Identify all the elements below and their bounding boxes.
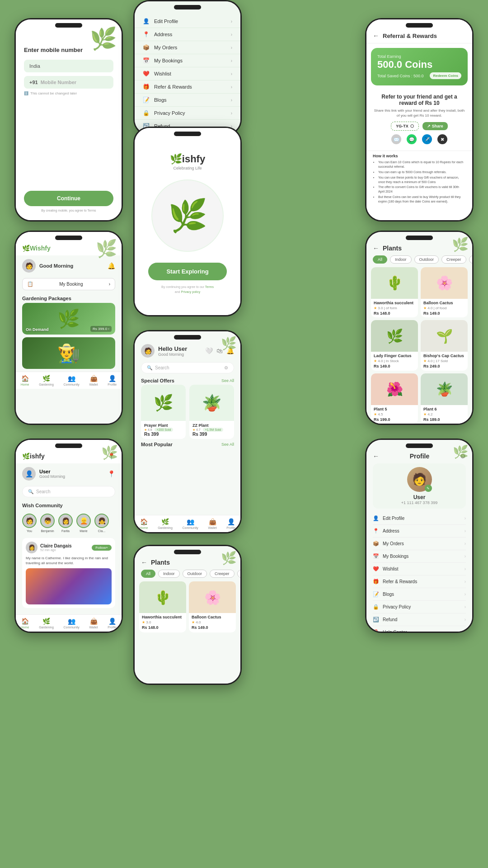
how-works-point-5: But these Coins can be used to buy Wishf…: [378, 195, 466, 204]
nav-wallet[interactable]: 👜Wallet: [89, 618, 98, 629]
package-card-1[interactable]: 🌿 On Demand Rs 399.0 ›: [22, 303, 115, 335]
menu-item-blogs[interactable]: 📝 Blogs ›: [135, 94, 240, 107]
share-button[interactable]: ↗ Share: [422, 122, 448, 130]
menu-item-refer[interactable]: 🎁 Refer & Rewards ›: [135, 80, 240, 94]
offer-prayer-plant[interactable]: 🌿 Prayer Plant ★ 4.8 +200 Sold Rs 399: [141, 385, 186, 439]
filter-ca[interactable]: Ca...: [237, 570, 240, 578]
nav-community[interactable]: 👥Community: [63, 375, 79, 386]
nav-gardening[interactable]: 🌿Gardening: [39, 375, 54, 386]
user-greeting: 🧑 Good Morning 🔔: [16, 255, 122, 276]
profile-bookings[interactable]: 📅 My Bookings ›: [373, 550, 466, 563]
plant-card-haworthia[interactable]: 🌵 Haworthia succulent ★ 3.0 Rs 148.0: [139, 581, 186, 632]
menu-item-bookings[interactable]: 📅 My Bookings ›: [135, 54, 240, 67]
nav-community[interactable]: 👥Community: [182, 518, 198, 529]
filter-all[interactable]: All: [373, 255, 387, 264]
bell-icon[interactable]: 🔔: [226, 347, 234, 354]
continue-button[interactable]: Continue: [24, 191, 113, 206]
twitter-share-icon[interactable]: ✖: [437, 134, 447, 144]
plant-card-5[interactable]: 🌺 Plant 5 ★ 4.5 Rs 199.0: [371, 373, 418, 424]
plant-card-balloon[interactable]: 🌸 Balloon Cactus ★ 4.0 | of food Rs 149.…: [421, 267, 468, 317]
profile-wishlist[interactable]: ❤️ Wishlist ›: [373, 563, 466, 576]
menu-item-orders[interactable]: 📦 My Orders ›: [135, 41, 240, 54]
filter-outdoor[interactable]: Outdoor: [183, 570, 207, 578]
profile-blogs[interactable]: 📝 Blogs ›: [373, 588, 466, 601]
location-pin-icon[interactable]: 📍: [108, 470, 115, 477]
gear-icon[interactable]: ⚙: [460, 453, 466, 460]
redeem-button[interactable]: Redeem Coins: [430, 72, 461, 79]
plant-card-balloon[interactable]: 🌸 Balloon Cactus ★ 4.0 Rs 149.0: [189, 581, 236, 632]
member-farita[interactable]: 👩 Farita: [58, 514, 73, 533]
heart-icon[interactable]: 🤍: [205, 347, 213, 354]
nav-home[interactable]: 🏠Home: [21, 618, 29, 629]
filter-creeper[interactable]: Creeper: [210, 570, 235, 578]
package-card-2[interactable]: 👨‍🌾: [22, 337, 115, 369]
phone-plants: 🌿 ← Plants All Indoor Outdoor Creeper Ca…: [365, 231, 474, 425]
menu-item-edit-profile[interactable]: 👤 Edit Profile ›: [135, 15, 240, 28]
my-booking-button[interactable]: 📋 My Booking ›: [22, 278, 115, 290]
profile-refund[interactable]: ↩️ Refund ›: [373, 613, 466, 626]
profile-address[interactable]: 📍 Address ›: [373, 525, 466, 538]
nav-community[interactable]: 👥Community: [63, 618, 79, 629]
member-benjamin[interactable]: 👦 Benjamin: [40, 514, 55, 533]
menu-item-address[interactable]: 📍 Address ›: [135, 28, 240, 41]
chevron-right-icon: ›: [465, 554, 466, 559]
chevron-right-icon: ›: [465, 541, 466, 546]
telegram-share-icon[interactable]: ✈️: [422, 134, 432, 144]
edit-avatar-button[interactable]: ✎: [425, 485, 432, 492]
follow-button[interactable]: Follow+: [92, 545, 112, 551]
back-button[interactable]: ←: [373, 32, 379, 39]
start-exploring-button[interactable]: Start Exploring: [148, 263, 226, 280]
search-bar[interactable]: 🔍 Search: [22, 486, 115, 497]
cart-icon[interactable]: 🛍: [216, 347, 223, 354]
profile-refer[interactable]: 🎁 Refer & Rewards ›: [373, 576, 466, 588]
refer-desc: Share this link with your friend and aft…: [373, 108, 466, 118]
privacy-link[interactable]: Privacy policy: [181, 290, 200, 293]
member-avatar: 👩: [58, 514, 73, 528]
back-button[interactable]: ←: [141, 559, 147, 566]
plant-rating: ★ 4.2: [423, 412, 465, 416]
filter-cactus[interactable]: Ca...: [469, 255, 472, 264]
nav-wallet[interactable]: 👜Wallet: [208, 518, 216, 529]
chevron-right-icon: ›: [465, 579, 466, 584]
offer-zz-plant[interactable]: 🪴 ZZ Plant ★ 4.7 +1.5M Sold Rs 399: [189, 385, 234, 439]
see-all-popular[interactable]: See All: [221, 442, 234, 447]
filter-icon[interactable]: ⚙: [224, 365, 228, 370]
back-button[interactable]: ←: [373, 245, 379, 252]
plant-card-6[interactable]: 🪴 Plant 6 ★ 4.2 Rs 189.0: [421, 373, 468, 424]
nav-profile[interactable]: 👤Profile: [108, 375, 117, 386]
nav-gardening[interactable]: 🌿Gardening: [158, 518, 173, 529]
phone-input-field[interactable]: +91 Mobile Number: [24, 76, 113, 89]
plant-card-ladyfinger[interactable]: 🌿 Lady Finger Cactus ★ 4.0 | In Stock Rs…: [371, 320, 418, 370]
plant-card-haworthia[interactable]: 🌵 Haworthia succulent ★ 3.0 | of form Rs…: [371, 267, 418, 317]
username: User: [39, 469, 65, 474]
see-all-link[interactable]: See All: [221, 378, 234, 383]
member-cla[interactable]: 👧 Cla...: [94, 514, 109, 533]
search-bar[interactable]: 🔍 Search ⚙: [141, 362, 234, 373]
whatsapp-share-icon[interactable]: 💬: [407, 134, 417, 144]
filter-outdoor[interactable]: Outdoor: [414, 255, 439, 264]
member-marie[interactable]: 👱 Marie: [76, 514, 91, 533]
filter-creeper[interactable]: Creeper: [441, 255, 466, 264]
plant-card-bishops[interactable]: 🌱 Bishop's Cap Cactus ★ 4.0 | 17 Sold Rs…: [421, 320, 468, 370]
terms-link[interactable]: Terms: [205, 285, 214, 288]
nav-profile[interactable]: 👤Profile: [226, 518, 235, 529]
menu-item-privacy[interactable]: 🔒 Privacy Policy ›: [135, 107, 240, 120]
notification-icon[interactable]: 🔔: [108, 262, 115, 269]
profile-privacy[interactable]: 🔒 Privacy Policy ›: [373, 601, 466, 613]
profile-orders[interactable]: 📦 My Orders ›: [373, 538, 466, 550]
nav-gardening[interactable]: 🌿Gardening: [39, 618, 54, 629]
nav-home[interactable]: 🏠Home: [140, 518, 148, 529]
menu-item-wishlist[interactable]: ❤️ Wishlist ›: [135, 67, 240, 80]
back-button[interactable]: ←: [373, 453, 379, 460]
nav-wallet[interactable]: 👜Wallet: [89, 375, 98, 386]
member-you[interactable]: 🧑 You: [22, 514, 37, 533]
filter-indoor[interactable]: Indoor: [158, 570, 180, 578]
nav-profile[interactable]: 👤Profile: [108, 618, 117, 629]
country-field[interactable]: India: [24, 60, 113, 72]
profile-edit-profile[interactable]: 👤 Edit Profile ›: [373, 512, 466, 525]
filter-all[interactable]: All: [141, 570, 155, 578]
email-share-icon[interactable]: ✉️: [391, 134, 401, 144]
nav-home[interactable]: 🏠Home: [21, 375, 29, 386]
profile-help[interactable]: ❓ Help Center ›: [373, 626, 466, 633]
filter-indoor[interactable]: Indoor: [390, 255, 412, 264]
